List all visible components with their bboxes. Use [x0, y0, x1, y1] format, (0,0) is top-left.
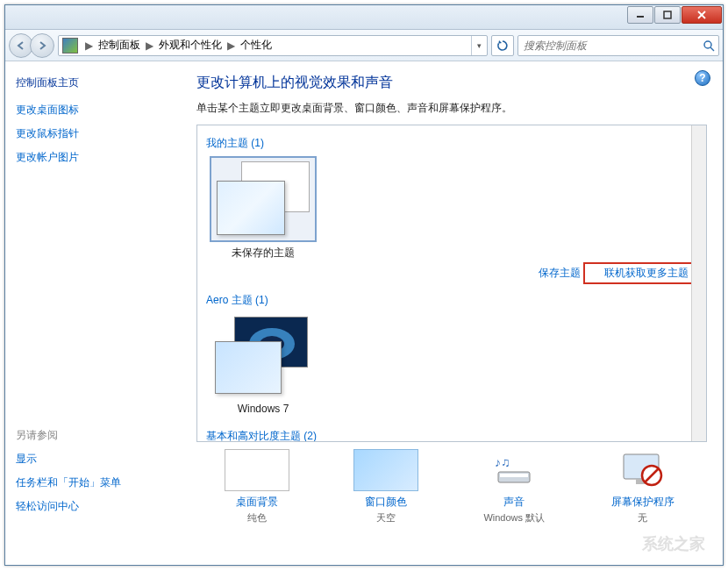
- control-panel-icon: [62, 38, 78, 54]
- svg-rect-1: [664, 11, 671, 18]
- save-theme-link[interactable]: 保存主题: [539, 267, 581, 279]
- search-icon[interactable]: [699, 39, 718, 52]
- sidebar: 控制面板主页 更改桌面图标 更改鼠标指针 更改帐户图片 另请参阅 显示 任务栏和…: [5, 61, 181, 565]
- nav-buttons: [9, 33, 54, 58]
- option-label: 声音: [457, 495, 571, 510]
- search-input[interactable]: [518, 39, 699, 52]
- window: ▶ 控制面板 ▶ 外观和个性化 ▶ 个性化 ▾ 控制面板主页 更改桌面图标 更改…: [4, 4, 724, 566]
- option-label: 窗口颜色: [329, 495, 443, 510]
- svg-point-4: [704, 41, 711, 48]
- theme-thumbnail: [211, 158, 315, 240]
- theme-label: 未保存的主题: [206, 246, 320, 261]
- my-themes-header: 我的主题 (1): [206, 136, 697, 151]
- svg-rect-0: [637, 16, 644, 18]
- option-sub: 天空: [329, 511, 443, 525]
- sidebar-home[interactable]: 控制面板主页: [16, 75, 169, 90]
- screensaver-icon: [610, 449, 675, 491]
- sound-option[interactable]: ♪♫ 声音 Windows 默认: [457, 449, 571, 525]
- search-box[interactable]: [517, 35, 719, 56]
- aero-themes-header: Aero 主题 (1): [206, 293, 697, 308]
- theme-actions: 保存主题 联机获取更多主题: [206, 262, 694, 284]
- breadcrumb-item[interactable]: 外观和个性化: [157, 38, 224, 53]
- titlebar: [5, 5, 723, 30]
- theme-thumbnail: [211, 315, 315, 397]
- breadcrumb-dropdown[interactable]: ▾: [471, 36, 487, 55]
- chevron-right-icon: ▶: [142, 39, 157, 52]
- watermark: 系统之家: [642, 533, 705, 554]
- window-color-icon: [353, 449, 418, 491]
- option-sub: 无: [586, 511, 700, 525]
- option-sub: Windows 默认: [457, 511, 571, 525]
- breadcrumb-item[interactable]: 个性化: [239, 38, 274, 53]
- desktop-background-option[interactable]: 桌面背景 纯色: [200, 449, 314, 525]
- option-sub: 纯色: [200, 511, 314, 525]
- scrollbar[interactable]: [691, 125, 706, 441]
- themes-panel: 我的主题 (1) 未保存的主题 保存主题 联机获取更多主题 Aero 主题 (1…: [196, 125, 707, 442]
- breadcrumb[interactable]: ▶ 控制面板 ▶ 外观和个性化 ▶ 个性化 ▾: [58, 35, 488, 56]
- window-controls: [627, 5, 723, 29]
- see-also-title: 另请参阅: [16, 428, 169, 443]
- svg-line-5: [710, 47, 714, 51]
- bottom-options: 桌面背景 纯色 窗口颜色 天空 ♪♫ 声音 Windows 默认: [193, 442, 707, 525]
- theme-item-unsaved[interactable]: 未保存的主题: [206, 158, 320, 261]
- see-also-taskbar[interactable]: 任务栏和「开始」菜单: [16, 475, 169, 490]
- help-icon[interactable]: ?: [695, 70, 710, 86]
- sidebar-link-mouse-pointers[interactable]: 更改鼠标指针: [16, 126, 169, 141]
- close-button[interactable]: [682, 6, 722, 24]
- forward-button[interactable]: [30, 33, 54, 58]
- window-color-option[interactable]: 窗口颜色 天空: [329, 449, 443, 525]
- chevron-right-icon: ▶: [82, 39, 96, 52]
- desktop-background-icon: [225, 449, 289, 491]
- refresh-button[interactable]: [491, 35, 514, 56]
- basic-themes-header: 基本和高对比度主题 (2): [206, 429, 697, 442]
- see-also-ease-of-access[interactable]: 轻松访问中心: [16, 499, 169, 514]
- sound-icon: ♪♫: [482, 449, 546, 491]
- theme-label: Windows 7: [206, 403, 320, 415]
- sidebar-link-desktop-icons[interactable]: 更改桌面图标: [16, 103, 169, 118]
- option-label: 屏幕保护程序: [586, 495, 700, 510]
- navbar: ▶ 控制面板 ▶ 外观和个性化 ▶ 个性化 ▾: [5, 30, 723, 61]
- theme-item-windows7[interactable]: Windows 7: [206, 315, 320, 415]
- screensaver-option[interactable]: 屏幕保护程序 无: [586, 449, 700, 525]
- option-label: 桌面背景: [200, 495, 314, 510]
- content: ? 更改计算机上的视觉效果和声音 单击某个主题立即更改桌面背景、窗口颜色、声音和…: [181, 61, 723, 565]
- svg-text:♪♫: ♪♫: [495, 455, 510, 469]
- highlight-box: 联机获取更多主题: [583, 262, 694, 284]
- svg-rect-8: [500, 474, 528, 477]
- chevron-right-icon: ▶: [224, 39, 239, 52]
- maximize-button[interactable]: [654, 6, 681, 24]
- breadcrumb-item[interactable]: 控制面板: [96, 38, 142, 53]
- page-title: 更改计算机上的视觉效果和声音: [196, 74, 707, 92]
- sidebar-link-account-picture[interactable]: 更改帐户图片: [16, 150, 169, 165]
- get-more-themes-link[interactable]: 联机获取更多主题: [604, 267, 689, 279]
- page-description: 单击某个主题立即更改桌面背景、窗口颜色、声音和屏幕保护程序。: [196, 101, 707, 116]
- minimize-button[interactable]: [627, 6, 653, 24]
- see-also-display[interactable]: 显示: [16, 452, 169, 467]
- body: 控制面板主页 更改桌面图标 更改鼠标指针 更改帐户图片 另请参阅 显示 任务栏和…: [5, 61, 723, 565]
